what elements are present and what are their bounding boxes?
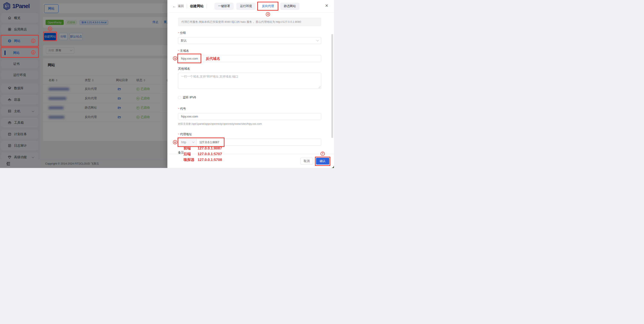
annotation-domain-note: 反代域名 xyxy=(206,56,220,61)
create-website-drawer: ← 返回 创建网站 一键部署 运行环境 反向代理 4 静态网站 ✕ 代理已有服务… xyxy=(168,0,334,168)
drawer-header: ← 返回 创建网站 一键部署 运行环境 反向代理 4 静态网站 ✕ xyxy=(168,0,334,12)
tab-runtime[interactable]: 运行环境 xyxy=(236,3,256,10)
alias-wrap xyxy=(178,113,321,120)
primary-domain-label: 主域名 xyxy=(180,49,189,53)
alias-helper: 对应主目录:/opt/1panel/apps/openresty/openres… xyxy=(178,122,321,126)
drawer-title: 创建网站 xyxy=(190,4,204,8)
proxy-tip: 代理已有服务,例如本机已安装使用 8080 端口的 halo 服务， 那么代理地… xyxy=(178,18,321,26)
back-arrow-icon: ← xyxy=(172,4,176,8)
group-select[interactable]: 默认 xyxy=(178,37,321,44)
tab-reverse-proxy[interactable]: 反向代理 4 xyxy=(258,3,278,10)
tab-static-site[interactable]: 静态网站 xyxy=(280,3,300,10)
cancel-button[interactable]: 取消 xyxy=(300,158,313,165)
protocol-select[interactable]: http xyxy=(178,139,196,145)
tab-one-click-deploy[interactable]: 一键部署 xyxy=(214,3,234,10)
drawer-tabs: 一键部署 运行环境 反向代理 4 静态网站 xyxy=(214,3,300,10)
proxy-address-label: 代理地址 xyxy=(180,132,192,136)
resize-handle[interactable] xyxy=(318,86,320,88)
remark-label: 备注 xyxy=(178,151,184,154)
group-label: 分组 xyxy=(180,31,186,35)
required-marker: * xyxy=(178,49,179,52)
ipv6-checkbox[interactable] xyxy=(178,96,181,99)
primary-domain-input[interactable] xyxy=(178,55,321,62)
back-label: 返回 xyxy=(178,4,184,8)
required-marker: * xyxy=(178,133,179,136)
other-domains-label: 其他域名 xyxy=(178,67,190,71)
divider xyxy=(187,4,187,8)
annotation-box-4 xyxy=(257,2,278,11)
proxy-address-input[interactable]: 127.0.0.1:8087 xyxy=(196,139,219,145)
back-button[interactable]: ← 返回 xyxy=(172,4,184,8)
annotation-box-7 xyxy=(315,157,330,166)
other-domains-textarea[interactable] xyxy=(178,73,321,89)
annotation-badge-7: 7 xyxy=(320,152,325,156)
other-domains-wrap xyxy=(178,73,321,89)
annotation-badge-6: 6 xyxy=(173,140,177,144)
screen: 1 1Panel 概览 应用商店 网站 网站 证书 运行环境 xyxy=(0,0,334,168)
primary-domain-wrap: 5 反代域名 xyxy=(178,55,321,62)
alias-input[interactable] xyxy=(178,113,321,120)
protocol-value: http xyxy=(181,140,186,144)
drawer-scrollbar[interactable] xyxy=(331,34,333,138)
group-value: 默认 xyxy=(181,39,187,42)
confirm-button-wrap: 确认 7 xyxy=(316,158,329,165)
annotation-badge-5: 5 xyxy=(173,56,177,60)
required-marker: * xyxy=(178,31,179,35)
close-icon[interactable]: ✕ xyxy=(325,3,328,8)
required-marker: * xyxy=(178,107,179,110)
drawer-body: 代理已有服务,例如本机已安装使用 8080 端口的 halo 服务， 那么代理地… xyxy=(168,12,334,154)
annotation-remark-lines: 前端127.0.0.1:8087 后端127.0.0.1:5707 嗅探器127… xyxy=(184,145,222,163)
alias-label: 代号 xyxy=(180,107,186,111)
proxy-address-wrap: http 127.0.0.1:8087 6 xyxy=(178,139,321,146)
chevron-down-icon xyxy=(316,39,318,41)
ipv6-label: 监听 IPV6 xyxy=(183,96,196,99)
chevron-down-icon xyxy=(192,140,194,143)
divider xyxy=(206,4,207,8)
